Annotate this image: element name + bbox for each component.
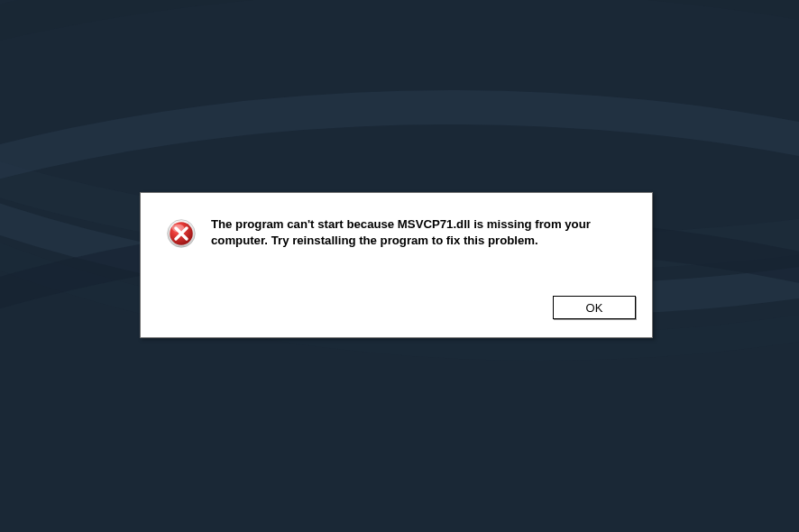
ok-button[interactable]: OK (553, 296, 636, 319)
error-dialog: The program can't start because MSVCP71.… (140, 192, 653, 338)
error-message-line1: The program can't start because MSVCP71.… (211, 216, 591, 233)
error-message-line2: computer. Try reinstalling the program t… (211, 233, 591, 249)
error-icon (166, 218, 197, 249)
dialog-footer: OK (141, 296, 652, 337)
error-message: The program can't start because MSVCP71.… (211, 216, 591, 250)
dialog-body: The program can't start because MSVCP71.… (141, 193, 652, 296)
